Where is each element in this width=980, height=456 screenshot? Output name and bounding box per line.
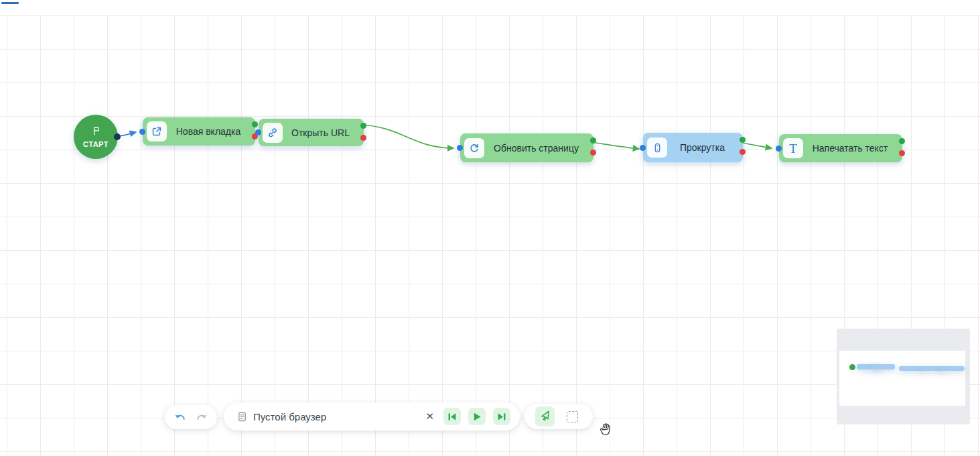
start-node-label: СТАРТ	[83, 140, 109, 148]
scenario-name: Пустой браузер	[253, 411, 425, 422]
flag-icon	[91, 126, 101, 139]
node-type-text[interactable]: T Напечатать текст	[779, 134, 902, 162]
input-port[interactable]	[776, 146, 782, 152]
error-output-port[interactable]	[899, 150, 905, 156]
node-label: Прокрутка	[667, 142, 738, 153]
node-label: Открыть URL	[283, 127, 358, 138]
success-output-port[interactable]	[590, 137, 596, 144]
node-label: Обновить страницу	[484, 143, 588, 154]
error-output-port[interactable]	[360, 135, 366, 141]
mouse-scroll-icon	[647, 137, 667, 158]
start-output-port[interactable]	[114, 133, 121, 140]
node-open-url[interactable]: Открыть URL	[259, 119, 364, 146]
success-output-port[interactable]	[252, 121, 258, 127]
node-label: Новая вкладка	[167, 126, 250, 137]
error-output-port[interactable]	[740, 149, 746, 155]
select-area-tool-button[interactable]	[563, 406, 582, 426]
step-back-button[interactable]	[443, 408, 461, 425]
cursor-tool-button[interactable]	[535, 406, 555, 426]
success-output-port[interactable]	[899, 138, 905, 144]
undo-button[interactable]	[174, 412, 187, 422]
select-area-icon	[567, 411, 578, 422]
active-tab-indicator	[1, 2, 19, 4]
close-icon[interactable]: ✕	[425, 410, 434, 422]
minimap-marker-start	[849, 364, 855, 370]
step-forward-button[interactable]	[493, 408, 510, 425]
success-output-port[interactable]	[360, 123, 366, 129]
minimap-marker-node	[939, 366, 965, 371]
text-icon: T	[783, 138, 803, 158]
input-port[interactable]	[640, 145, 646, 151]
input-port[interactable]	[255, 129, 261, 135]
redo-button[interactable]	[195, 412, 208, 422]
minimap-viewport[interactable]	[839, 351, 965, 406]
workflow-canvas[interactable]	[0, 15, 980, 456]
node-new-tab[interactable]: Новая вкладка	[143, 117, 255, 146]
script-icon	[237, 412, 247, 422]
tools-pill	[524, 404, 593, 429]
input-port[interactable]	[457, 145, 463, 151]
error-output-port[interactable]	[590, 150, 596, 156]
history-pill	[165, 405, 217, 429]
text-icon-glyph: T	[789, 142, 797, 155]
node-start[interactable]: СТАРТ	[74, 115, 118, 159]
link-icon	[263, 123, 283, 143]
node-refresh-page[interactable]: Обновить страницу	[460, 133, 593, 162]
success-output-port[interactable]	[740, 137, 746, 143]
refresh-icon	[464, 138, 484, 158]
minimap-marker-node	[873, 364, 895, 369]
top-bar	[0, 0, 980, 15]
node-scroll[interactable]: Прокрутка	[643, 133, 743, 162]
cursor-pointer-icon	[539, 410, 551, 423]
minimap[interactable]	[837, 329, 970, 424]
external-link-icon	[147, 121, 167, 141]
play-button[interactable]	[468, 408, 486, 425]
scenario-pill: Пустой браузер ✕	[224, 402, 520, 431]
node-label: Напечатать текст	[803, 143, 897, 154]
input-port[interactable]	[139, 129, 145, 135]
